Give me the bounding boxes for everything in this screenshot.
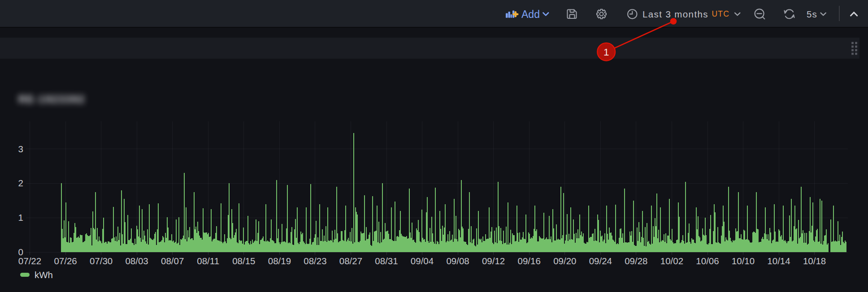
svg-text:1: 1: [603, 47, 609, 58]
